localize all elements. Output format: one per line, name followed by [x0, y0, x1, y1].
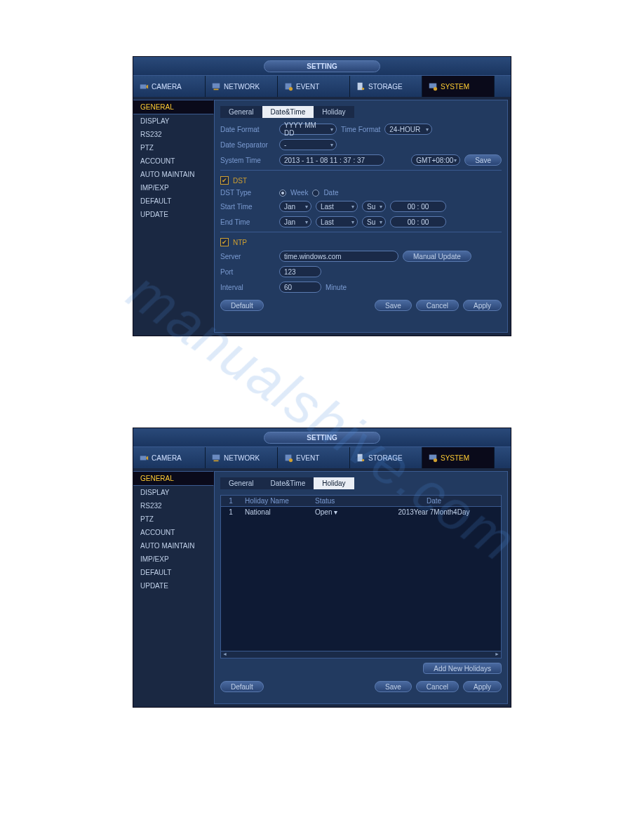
subtab-general[interactable]: General	[220, 106, 262, 118]
settings-window-holiday: SETTING CAMERA NETWORK EVENT STORAGE SYS…	[133, 428, 511, 708]
port-field[interactable]: 123	[279, 266, 321, 277]
tab-network[interactable]: NETWORK	[206, 76, 278, 97]
tab-system[interactable]: SYSTEM	[422, 447, 495, 468]
end-week-select[interactable]: Last	[316, 216, 358, 227]
save-button[interactable]: Save	[375, 300, 412, 311]
subtab-general[interactable]: General	[220, 477, 262, 489]
event-icon	[283, 81, 293, 91]
svg-rect-13	[214, 461, 219, 462]
system-icon	[428, 453, 438, 463]
end-month-select[interactable]: Jan	[279, 216, 311, 227]
date-separator-select[interactable]: -	[279, 139, 337, 150]
end-hhmm-field[interactable]: 00 : 00	[390, 216, 446, 227]
manual-update-button[interactable]: Manual Update	[403, 251, 471, 262]
tab-camera[interactable]: CAMERA	[133, 447, 206, 468]
save-time-button[interactable]: Save	[464, 154, 502, 166]
ntp-checkbox[interactable]: ✔	[220, 238, 229, 246]
dst-week-radio[interactable]	[279, 190, 286, 197]
tab-storage-label: STORAGE	[368, 83, 403, 91]
sidebar-item-ptz[interactable]: PTZ	[133, 141, 214, 154]
sidebar-item-impexp[interactable]: IMP/EXP	[133, 181, 214, 194]
dst-date-label: Date	[323, 189, 338, 197]
start-month-select[interactable]: Jan	[279, 201, 311, 212]
start-hhmm-field[interactable]: 00 : 00	[390, 201, 446, 212]
start-day-select[interactable]: Su	[362, 201, 386, 212]
sidebar-item-account[interactable]: ACCOUNT	[133, 154, 214, 168]
dst-week-label: Week	[290, 189, 308, 197]
server-label: Server	[220, 253, 275, 260]
tab-network[interactable]: NETWORK	[206, 447, 278, 468]
date-format-label: Date Format	[220, 126, 275, 133]
storage-icon	[356, 453, 365, 463]
interval-field[interactable]: 60	[279, 282, 321, 293]
tab-event[interactable]: EVENT	[278, 447, 350, 468]
sidebar-item-display[interactable]: DISPLAY	[133, 486, 214, 499]
svg-rect-3	[214, 89, 219, 91]
add-holiday-button[interactable]: Add New Holidays	[423, 663, 502, 674]
sidebar-item-impexp[interactable]: IMP/EXP	[133, 552, 214, 566]
tab-system-label: SYSTEM	[441, 454, 469, 462]
sidebar-item-default[interactable]: DEFAULT	[133, 566, 214, 579]
subtab-holiday[interactable]: Holiday	[314, 106, 354, 118]
tab-system[interactable]: SYSTEM	[422, 76, 495, 97]
sidebar-item-update[interactable]: UPDATE	[133, 208, 214, 221]
sidebar-item-update[interactable]: UPDATE	[133, 579, 214, 593]
cancel-button[interactable]: Cancel	[416, 681, 459, 692]
sidebar: GENERAL DISPLAY RS232 PTZ ACCOUNT AUTO M…	[133, 97, 214, 336]
tab-camera[interactable]: CAMERA	[133, 76, 206, 97]
cancel-button[interactable]: Cancel	[416, 300, 459, 311]
camera-icon	[139, 81, 149, 91]
sidebar-item-automaintain[interactable]: AUTO MAINTAIN	[133, 539, 214, 552]
time-format-select[interactable]: 24-HOUR	[384, 124, 432, 135]
tab-event[interactable]: EVENT	[278, 76, 350, 97]
subtab-datetime[interactable]: Date&Time	[262, 477, 314, 489]
dst-date-radio[interactable]	[312, 190, 319, 197]
interval-unit: Minute	[326, 284, 347, 291]
default-button[interactable]: Default	[220, 681, 264, 692]
content-panel: General Date&Time Holiday 1 Holiday Name…	[214, 471, 508, 704]
tab-storage[interactable]: STORAGE	[350, 447, 422, 468]
sidebar-item-rs232[interactable]: RS232	[133, 499, 214, 512]
event-icon	[283, 453, 293, 463]
save-button[interactable]: Save	[375, 681, 412, 692]
sidebar-item-automaintain[interactable]: AUTO MAINTAIN	[133, 168, 214, 181]
sidebar-item-general[interactable]: GENERAL	[133, 471, 214, 486]
table-row[interactable]: 1 National Open ▾ 2013Year 7Month4Day	[221, 507, 501, 517]
sidebar-item-rs232[interactable]: RS232	[133, 128, 214, 141]
svg-rect-12	[213, 455, 220, 460]
horizontal-scrollbar[interactable]	[221, 651, 501, 658]
col-status: Status	[311, 496, 367, 506]
system-time-label: System Time	[220, 157, 275, 164]
sidebar-item-default[interactable]: DEFAULT	[133, 194, 214, 208]
dst-checkbox[interactable]: ✔	[220, 176, 229, 185]
cell-name: National	[241, 507, 311, 517]
tab-storage[interactable]: STORAGE	[350, 76, 422, 97]
svg-point-17	[362, 459, 365, 462]
default-button[interactable]: Default	[220, 300, 264, 311]
subtab-holiday[interactable]: Holiday	[314, 477, 354, 489]
timezone-select[interactable]: GMT+08:00	[411, 154, 460, 166]
tab-camera-label: CAMERA	[152, 83, 182, 91]
svg-point-15	[289, 458, 293, 462]
end-day-select[interactable]: Su	[362, 216, 386, 227]
system-time-field[interactable]: 2013 - 11 - 08 11 : 37 : 37	[279, 154, 384, 166]
col-num: 1	[221, 496, 241, 506]
date-format-select[interactable]: YYYY MM DD	[279, 124, 337, 135]
subtab-datetime[interactable]: Date&Time	[262, 106, 314, 118]
svg-rect-0	[140, 84, 147, 88]
time-format-label: Time Format	[341, 126, 380, 133]
sidebar-item-general[interactable]: GENERAL	[133, 100, 214, 114]
top-tabs: CAMERA NETWORK EVENT STORAGE SYSTEM	[133, 446, 511, 468]
svg-point-9	[434, 87, 437, 91]
server-field[interactable]: time.windows.com	[279, 251, 398, 262]
cell-status[interactable]: Open ▾	[311, 507, 367, 517]
sidebar-item-display[interactable]: DISPLAY	[133, 114, 214, 128]
sidebar-item-ptz[interactable]: PTZ	[133, 512, 214, 526]
apply-button[interactable]: Apply	[463, 681, 502, 692]
network-icon	[211, 81, 221, 91]
start-week-select[interactable]: Last	[316, 201, 358, 212]
sidebar-item-account[interactable]: ACCOUNT	[133, 526, 214, 539]
apply-button[interactable]: Apply	[463, 300, 502, 311]
svg-rect-2	[213, 84, 220, 88]
title-bar: SETTING	[133, 428, 511, 446]
